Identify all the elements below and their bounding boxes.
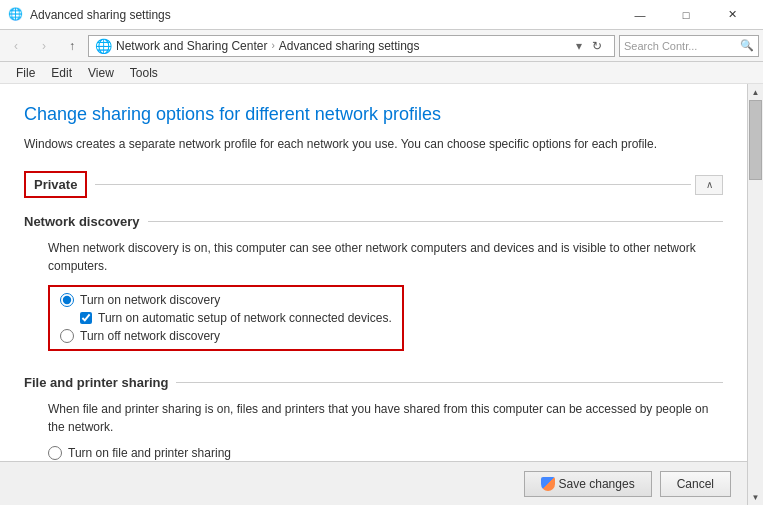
profile-section: Private ∧ <box>24 171 723 198</box>
crumb1: Network and Sharing Center <box>116 39 267 53</box>
minimize-button[interactable]: — <box>617 0 663 30</box>
footer: Save changes Cancel <box>0 461 747 505</box>
breadcrumb: Network and Sharing Center › Advanced sh… <box>116 39 420 53</box>
menu-tools[interactable]: Tools <box>122 64 166 82</box>
turn-on-network-discovery-option[interactable]: Turn on network discovery <box>60 293 392 307</box>
content-area: Change sharing options for different net… <box>0 84 747 505</box>
scrollbar-track <box>748 100 763 489</box>
titlebar-controls: — □ ✕ <box>617 0 755 30</box>
search-box[interactable]: Search Contr... 🔍 <box>619 35 759 57</box>
profile-header: Private <box>24 171 87 198</box>
profile-label: Private <box>34 177 77 192</box>
titlebar-icon: 🌐 <box>8 7 24 23</box>
file-sharing-divider <box>176 382 723 383</box>
network-discovery-options: Turn on network discovery Turn on automa… <box>48 285 404 351</box>
file-sharing-description: When file and printer sharing is on, fil… <box>48 400 723 436</box>
turn-on-file-sharing-label: Turn on file and printer sharing <box>68 446 231 460</box>
menubar: File Edit View Tools <box>0 62 763 84</box>
main-wrapper: Change sharing options for different net… <box>0 84 763 505</box>
menu-view[interactable]: View <box>80 64 122 82</box>
auto-setup-label: Turn on automatic setup of network conne… <box>98 311 392 325</box>
section-title-row: Network discovery <box>24 214 723 229</box>
search-placeholder: Search Contr... <box>624 40 736 52</box>
crumb-arrow: › <box>271 40 274 51</box>
turn-off-network-discovery-radio[interactable] <box>60 329 74 343</box>
maximize-button[interactable]: □ <box>663 0 709 30</box>
file-sharing-title-row: File and printer sharing <box>24 375 723 390</box>
scrollbar-thumb[interactable] <box>749 100 762 180</box>
scrollbar: ▲ ▼ <box>747 84 763 505</box>
profile-collapse-button[interactable]: ∧ <box>695 175 723 195</box>
file-sharing-title: File and printer sharing <box>24 375 168 390</box>
refresh-button[interactable]: ↻ <box>586 35 608 57</box>
address-dropdown-icon[interactable]: ▾ <box>576 39 582 53</box>
forward-button[interactable]: › <box>32 34 56 58</box>
cancel-label: Cancel <box>677 477 714 491</box>
section-divider <box>148 221 723 222</box>
address-bar[interactable]: 🌐 Network and Sharing Center › Advanced … <box>88 35 615 57</box>
turn-off-network-discovery-option[interactable]: Turn off network discovery <box>60 329 392 343</box>
page-title: Change sharing options for different net… <box>24 104 723 125</box>
page-description: Windows creates a separate network profi… <box>24 135 723 153</box>
shield-icon <box>541 477 555 491</box>
turn-off-network-discovery-label: Turn off network discovery <box>80 329 220 343</box>
navbar: ‹ › ↑ 🌐 Network and Sharing Center › Adv… <box>0 30 763 62</box>
address-icon: 🌐 <box>95 38 112 54</box>
save-changes-button[interactable]: Save changes <box>524 471 652 497</box>
close-button[interactable]: ✕ <box>709 0 755 30</box>
menu-edit[interactable]: Edit <box>43 64 80 82</box>
save-changes-label: Save changes <box>559 477 635 491</box>
turn-on-network-discovery-label: Turn on network discovery <box>80 293 220 307</box>
cancel-button[interactable]: Cancel <box>660 471 731 497</box>
turn-on-file-sharing-option[interactable]: Turn on file and printer sharing <box>48 446 699 460</box>
search-icon: 🔍 <box>740 39 754 52</box>
scrollbar-up-arrow[interactable]: ▲ <box>748 84 764 100</box>
turn-on-file-sharing-radio[interactable] <box>48 446 62 460</box>
crumb2: Advanced sharing settings <box>279 39 420 53</box>
back-button[interactable]: ‹ <box>4 34 28 58</box>
up-button[interactable]: ↑ <box>60 34 84 58</box>
titlebar: 🌐 Advanced sharing settings — □ ✕ <box>0 0 763 30</box>
auto-setup-option[interactable]: Turn on automatic setup of network conne… <box>80 311 392 325</box>
titlebar-title: Advanced sharing settings <box>30 8 617 22</box>
network-discovery-description: When network discovery is on, this compu… <box>48 239 723 275</box>
scrollbar-down-arrow[interactable]: ▼ <box>748 489 764 505</box>
turn-on-network-discovery-radio[interactable] <box>60 293 74 307</box>
auto-setup-checkbox[interactable] <box>80 312 92 324</box>
network-discovery-section: Network discovery When network discovery… <box>24 214 723 359</box>
menu-file[interactable]: File <box>8 64 43 82</box>
network-discovery-title: Network discovery <box>24 214 140 229</box>
